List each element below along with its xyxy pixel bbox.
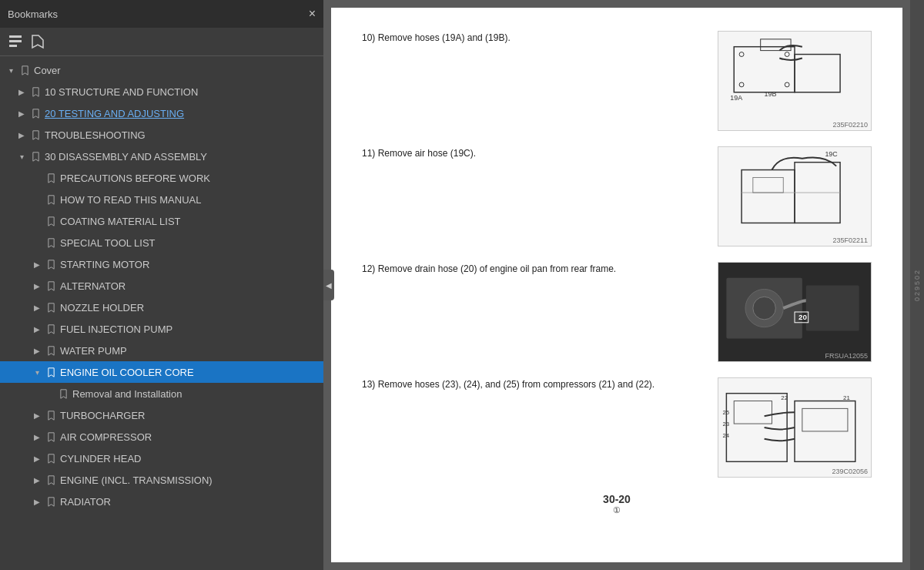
document-page: 10) Remove hoses (19A) and (19B). 19B 19… bbox=[331, 8, 902, 562]
sidebar-item-air-compressor[interactable]: ▶ AIR COMPRESSOR bbox=[0, 426, 323, 448]
svg-rect-2 bbox=[9, 45, 17, 47]
sidebar-item-label: TROUBLESHOOTING bbox=[45, 129, 319, 141]
step-12-text: 12) Remove drain hose (20) of engine oil… bbox=[362, 262, 702, 276]
svg-point-22 bbox=[753, 297, 776, 320]
expand-icon: ▶ bbox=[31, 454, 43, 463]
sidebar-item-removal-installation[interactable]: Removal and Installation bbox=[0, 383, 323, 404]
svg-rect-4 bbox=[795, 55, 840, 92]
expand-icon: ▶ bbox=[15, 88, 28, 96]
sidebar-item-turbocharger[interactable]: ▶ TURBOCHARGER bbox=[0, 404, 323, 426]
sidebar-item-engine-transmission[interactable]: ▶ ENGINE (INCL. TRANSMISSION) bbox=[0, 469, 323, 491]
svg-text:19B: 19B bbox=[765, 90, 777, 98]
svg-text:23: 23 bbox=[722, 421, 729, 428]
sidebar-item-engine-oil-cooler[interactable]: ▾ ENGINE OIL COOLER CORE bbox=[0, 361, 323, 383]
svg-point-11 bbox=[785, 82, 789, 87]
side-strip-label: 029502 bbox=[913, 269, 921, 301]
sidebar-item-troubleshooting[interactable]: ▶ TROUBLESHOOTING bbox=[0, 124, 323, 146]
svg-rect-5 bbox=[761, 39, 791, 51]
sidebar-item-structure[interactable]: ▶ 10 STRUCTURE AND FUNCTION bbox=[0, 81, 323, 102]
bookmark-icon bbox=[45, 432, 57, 442]
step-10-image: 19B 19A 235F02210 bbox=[718, 31, 872, 131]
sidebar-item-cylinder-head[interactable]: ▶ CYLINDER HEAD bbox=[0, 448, 323, 469]
sidebar-item-disassembly[interactable]: ▾ 30 DISASSEMBLY AND ASSEMBLY bbox=[0, 146, 323, 167]
svg-rect-3 bbox=[734, 47, 795, 92]
expand-icon: ▶ bbox=[31, 476, 43, 484]
svg-rect-17 bbox=[753, 177, 783, 193]
sidebar-item-radiator[interactable]: ▶ RADIATOR bbox=[0, 491, 323, 512]
expand-icon: ▶ bbox=[31, 347, 43, 355]
image-label: FRSUA12055 bbox=[825, 352, 868, 360]
svg-rect-28 bbox=[802, 408, 848, 431]
step-13-image: 25 23 24 22 21 239C02056 bbox=[718, 377, 872, 478]
main-content: 10) Remove hoses (19A) and (19B). 19B 19… bbox=[323, 0, 924, 570]
expand-icon: ▶ bbox=[31, 303, 43, 312]
sidebar-item-label: RADIATOR bbox=[60, 496, 319, 508]
bookmark-tree: ▾ Cover ▶ 10 STRUCTURE AND FUNCTION ▶ 20… bbox=[0, 56, 323, 570]
image-label: 235F02211 bbox=[832, 236, 868, 244]
bookmark-icon bbox=[18, 65, 31, 75]
sidebar-item-label: WATER PUMP bbox=[60, 345, 319, 357]
sidebar: Bookmarks × ▾ Cover ▶ 10 STRUCTURE AND F… bbox=[0, 0, 323, 570]
step-11-image: 19C 235F02211 bbox=[718, 146, 872, 246]
bookmark-icon bbox=[45, 260, 57, 270]
bookmark-icon bbox=[45, 454, 57, 464]
sidebar-item-label: CYLINDER HEAD bbox=[60, 453, 319, 464]
sidebar-item-precautions[interactable]: PRECAUTIONS BEFORE WORK bbox=[0, 167, 323, 189]
sidebar-item-special-tool[interactable]: SPECIAL TOOL LIST bbox=[0, 232, 323, 253]
sidebar-item-testing[interactable]: ▶ 20 TESTING AND ADJUSTING bbox=[0, 102, 323, 124]
sidebar-item-label: Removal and Installation bbox=[72, 388, 319, 400]
sidebar-item-cover[interactable]: ▾ Cover bbox=[0, 59, 323, 81]
svg-rect-27 bbox=[734, 401, 772, 424]
bookmark-icon bbox=[45, 497, 57, 507]
page-number: 30-20 bbox=[362, 493, 872, 505]
collapse-sidebar-button[interactable] bbox=[323, 270, 334, 300]
sidebar-item-label: ENGINE OIL COOLER CORE bbox=[60, 367, 319, 378]
expand-icon: ▶ bbox=[31, 498, 43, 506]
bookmark-icon bbox=[45, 346, 57, 356]
sidebar-item-alternator[interactable]: ▶ ALTERNATOR bbox=[0, 275, 323, 297]
sidebar-header: Bookmarks × bbox=[0, 0, 323, 28]
sidebar-item-label: ALTERNATOR bbox=[60, 280, 319, 292]
step-13-text: 13) Remove hoses (23), (24), and (25) fr… bbox=[362, 377, 702, 391]
step-11-text: 11) Remove air hose (19C). bbox=[362, 146, 702, 160]
expand-icon: ▶ bbox=[31, 282, 43, 290]
expand-icon: ▾ bbox=[31, 368, 43, 377]
sidebar-item-starting-motor[interactable]: ▶ STARTING MOTOR bbox=[0, 253, 323, 275]
sidebar-item-label: PRECAUTIONS BEFORE WORK bbox=[60, 173, 319, 184]
bookmark-icon bbox=[29, 87, 42, 97]
bookmark-icon bbox=[45, 216, 57, 226]
sidebar-item-label: STARTING MOTOR bbox=[60, 259, 319, 270]
sidebar-item-nozzle-holder[interactable]: ▶ NOZZLE HOLDER bbox=[0, 297, 323, 318]
bookmark-icon bbox=[29, 109, 42, 119]
bookmark-tag-icon[interactable] bbox=[29, 34, 45, 49]
bookmark-icon bbox=[29, 130, 42, 140]
doc-step-11: 11) Remove air hose (19C). 19C 235F02211 bbox=[362, 146, 872, 246]
close-icon[interactable]: × bbox=[309, 8, 316, 20]
expand-icon: ▶ bbox=[31, 411, 43, 420]
svg-rect-20 bbox=[806, 286, 859, 331]
sidebar-item-coating[interactable]: COATING MATERIAL LIST bbox=[0, 210, 323, 232]
expand-icon: ▾ bbox=[5, 66, 17, 75]
sidebar-item-water-pump[interactable]: ▶ WATER PUMP bbox=[0, 340, 323, 361]
expand-icon: ▶ bbox=[15, 109, 28, 118]
step-10-text: 10) Remove hoses (19A) and (19B). bbox=[362, 31, 702, 45]
expand-icon: ▶ bbox=[15, 131, 28, 139]
svg-rect-1 bbox=[9, 40, 22, 42]
sidebar-item-fuel-injection[interactable]: ▶ FUEL INJECTION PUMP bbox=[0, 318, 323, 340]
svg-text:19C: 19C bbox=[825, 150, 838, 158]
image-label: 235F02210 bbox=[832, 121, 868, 129]
sidebar-item-label: HOW TO READ THIS MANUAL bbox=[60, 194, 319, 206]
bookmark-list-icon[interactable] bbox=[8, 34, 23, 49]
side-strip: 029502 bbox=[910, 0, 924, 570]
svg-rect-25 bbox=[726, 394, 787, 462]
bookmark-icon bbox=[45, 238, 57, 248]
bookmark-icon bbox=[45, 324, 57, 334]
bookmark-icon bbox=[45, 173, 57, 183]
expand-icon: ▶ bbox=[31, 433, 43, 441]
sidebar-item-label: 30 DISASSEMBLY AND ASSEMBLY bbox=[45, 151, 319, 163]
sidebar-item-label: ENGINE (INCL. TRANSMISSION) bbox=[60, 474, 319, 486]
bookmark-icon bbox=[45, 195, 57, 205]
sidebar-item-how-to-read[interactable]: HOW TO READ THIS MANUAL bbox=[0, 189, 323, 210]
sidebar-item-label: AIR COMPRESSOR bbox=[60, 431, 319, 443]
bookmark-icon bbox=[45, 411, 57, 421]
